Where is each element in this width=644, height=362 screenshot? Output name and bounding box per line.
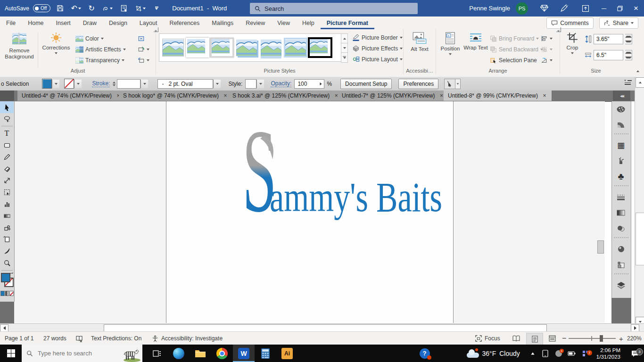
column-graph-tool[interactable]: [0, 198, 14, 210]
opacity-link[interactable]: Opacity:: [271, 80, 291, 87]
scroll-up-icon[interactable]: [636, 77, 644, 88]
lasso-tool[interactable]: [0, 113, 14, 125]
symbols-panel-icon[interactable]: ♣: [612, 169, 630, 184]
wrap-text-button[interactable]: Wrap Text: [463, 32, 488, 51]
tab-design[interactable]: Design: [103, 16, 133, 29]
zoom-tool[interactable]: [0, 257, 14, 269]
read-mode-icon[interactable]: [508, 333, 524, 344]
close-button[interactable]: ×: [628, 0, 644, 16]
horizontal-scrollbar[interactable]: [0, 323, 644, 332]
ink-pen-icon[interactable]: [553, 0, 575, 16]
tab-draw[interactable]: Draw: [77, 16, 103, 29]
isolate-selection-icon[interactable]: [444, 79, 455, 89]
minimize-button[interactable]: ─: [596, 0, 612, 16]
app-updates-tray-icon[interactable]: 7: [578, 350, 593, 357]
illustrator-icon[interactable]: Ai: [276, 345, 298, 362]
editor-icon[interactable]: [118, 5, 130, 12]
focus-button[interactable]: Focus: [475, 332, 500, 345]
eraser-tool[interactable]: [0, 163, 14, 174]
stroke-panel-icon[interactable]: [612, 189, 630, 205]
shape-height-field[interactable]: 3.65": [594, 34, 623, 44]
gallery-more[interactable]: [341, 53, 348, 63]
get-help-icon[interactable]: ?: [420, 348, 430, 359]
selection-tool[interactable]: [0, 101, 14, 113]
tab-layout[interactable]: Layout: [133, 16, 164, 29]
sammys-baits-logo[interactable]: S ammy's Baits: [239, 128, 447, 222]
ai-tab-untitled4[interactable]: Untitled-4* @ 74% (CMYK/Preview): [17, 90, 126, 101]
clock[interactable]: 2:06 PM 1/31/2023: [596, 347, 620, 360]
rectangle-tool[interactable]: [0, 139, 14, 151]
right-vertical-scrollbar[interactable]: [635, 77, 644, 328]
stroke-weight-field[interactable]: [117, 79, 140, 89]
file-explorer-icon[interactable]: [190, 345, 211, 362]
notification-center-icon[interactable]: 3: [625, 350, 644, 357]
autosave-toggle[interactable]: Off: [33, 4, 50, 12]
vscroll-thumb[interactable]: [636, 213, 644, 265]
task-view-button[interactable]: [146, 345, 168, 362]
hscroll-thumb[interactable]: [104, 324, 547, 332]
panel-menu-icon[interactable]: [624, 80, 632, 85]
user-name[interactable]: Penne Swingle: [469, 5, 510, 12]
stroke-weight-stepper[interactable]: [113, 82, 116, 86]
picture-style-6[interactable]: [284, 37, 307, 58]
collapse-dock-icon[interactable]: ◂◂: [613, 90, 630, 101]
tablet-tray-icon[interactable]: [539, 350, 552, 357]
ai-canvas[interactable]: S ammy's Baits: [14, 101, 605, 323]
share-button[interactable]: Share: [599, 17, 638, 29]
touch-mode-button[interactable]: [100, 5, 115, 12]
picture-style-1[interactable]: [161, 37, 185, 58]
color-guide-panel-icon[interactable]: [612, 117, 630, 132]
rotate-button[interactable]: [541, 55, 553, 66]
edge-icon[interactable]: [168, 345, 190, 362]
style-field[interactable]: [245, 79, 256, 89]
tab-references[interactable]: References: [163, 16, 206, 29]
crop-button[interactable]: Crop: [562, 32, 583, 54]
ai-tab-untitled7[interactable]: Untitled-7* @ 125% (CMYK/Preview): [338, 90, 449, 101]
layers-panel-icon[interactable]: [612, 278, 630, 293]
position-button[interactable]: Position: [438, 32, 462, 55]
collapse-ribbon-icon[interactable]: [634, 67, 642, 75]
brushes-panel-icon[interactable]: [612, 153, 630, 169]
word-taskbar-icon[interactable]: W: [233, 345, 255, 362]
stroke-link[interactable]: Stroke:: [92, 80, 110, 87]
none-mode-button[interactable]: [9, 291, 14, 296]
battery-tray-icon[interactable]: [565, 351, 578, 356]
knife-tool[interactable]: [0, 245, 14, 257]
ai-tab-untitled8-active[interactable]: Untitled-8* @ 99% (CMYK/Preview): [444, 90, 552, 101]
type-tool[interactable]: T: [0, 127, 14, 139]
gradient-mode-button[interactable]: [5, 291, 9, 296]
selection-pane-button[interactable]: Selection Pane: [490, 55, 543, 66]
scroll-left-icon[interactable]: [0, 324, 8, 332]
stroke-weight-dropdown[interactable]: [140, 80, 148, 88]
isolate-selection-dropdown[interactable]: [455, 79, 461, 89]
gallery-scroll-up[interactable]: [341, 33, 348, 43]
tab-home[interactable]: Home: [22, 16, 50, 29]
weather-widget[interactable]: 36°F Cloudy: [467, 349, 520, 358]
shape-builder-tool[interactable]: [0, 222, 14, 233]
stroke-color-dropdown[interactable]: [74, 80, 82, 88]
scroll-right-icon[interactable]: [631, 324, 639, 332]
preferences-button[interactable]: Preferences: [398, 79, 438, 89]
calculator-icon[interactable]: [255, 345, 276, 362]
shape-width-field[interactable]: 6.5": [594, 50, 623, 60]
gradient-panel-icon[interactable]: [612, 205, 630, 221]
picture-style-5[interactable]: [259, 37, 283, 58]
tab-help[interactable]: Help: [296, 16, 321, 29]
pencil-tool[interactable]: [0, 151, 14, 163]
picture-style-4[interactable]: [235, 37, 258, 58]
reset-picture-icon[interactable]: [138, 55, 149, 66]
search-highlight-zebra[interactable]: [121, 346, 141, 362]
gradient-tool[interactable]: [0, 210, 14, 222]
chrome-icon[interactable]: [211, 345, 233, 362]
ai-tab-s-hook-3[interactable]: S hook 3.ai* @ 125% (CMYK/Preview): [228, 90, 344, 101]
color-panel-icon[interactable]: [612, 101, 630, 117]
tab-picture-format[interactable]: Picture Format: [321, 16, 374, 29]
fill-color-dropdown[interactable]: [52, 80, 59, 88]
remove-background-button[interactable]: Remove Background: [5, 32, 34, 60]
tab-close-icon[interactable]: [223, 93, 228, 99]
picture-border-button[interactable]: Picture Border: [352, 32, 403, 43]
swatches-panel-icon[interactable]: ▦: [612, 138, 630, 153]
picture-layout-button[interactable]: Picture Layout: [352, 54, 403, 65]
artboard[interactable]: S ammy's Baits: [166, 101, 454, 323]
opacity-flyout-icon[interactable]: [320, 82, 322, 85]
